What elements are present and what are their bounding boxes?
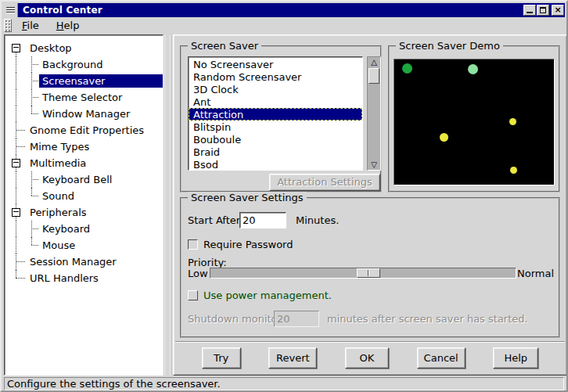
tree-item-label: Peripherals bbox=[27, 206, 90, 219]
tree-item-session-manager[interactable]: Session Manager bbox=[5, 254, 163, 270]
help-button[interactable]: Help bbox=[493, 347, 538, 369]
list-item-blitspin[interactable]: Blitspin bbox=[189, 120, 362, 133]
require-password-checkbox[interactable] bbox=[188, 239, 198, 250]
tree-item-mime-types[interactable]: Mime Types bbox=[5, 138, 163, 155]
scrollbar-thumb[interactable] bbox=[368, 68, 379, 84]
shutdown-monitor-suffix: minutes after screen saver has started. bbox=[327, 313, 528, 325]
tree-item-label: Desktop bbox=[27, 41, 75, 55]
tree: DesktopBackgroundScreensaverTheme Select… bbox=[5, 35, 163, 286]
shutdown-monitor-input[interactable] bbox=[274, 311, 319, 327]
scroll-down-icon[interactable]: ▽ bbox=[368, 160, 380, 170]
tree-item-window-manager[interactable]: Window Manager bbox=[5, 106, 163, 122]
tree-item-label: Session Manager bbox=[27, 255, 120, 268]
list-item-ant[interactable]: Ant bbox=[189, 95, 362, 108]
tree-item-label: URL Handlers bbox=[27, 272, 102, 285]
titlebar-main[interactable]: Control Center × bbox=[18, 3, 565, 17]
settings-frame-title: Screen Saver Settings bbox=[188, 192, 307, 203]
tree-expander-icon[interactable] bbox=[12, 159, 20, 167]
tree-item-sound[interactable]: Sound bbox=[5, 188, 163, 204]
tree-item-multimedia[interactable]: Multimedia bbox=[5, 155, 163, 171]
sidebar-tree-panel: DesktopBackgroundScreensaverTheme Select… bbox=[4, 34, 164, 376]
statusbar-text: Configure the settings of the screensave… bbox=[7, 378, 221, 390]
attraction-settings-button[interactable]: Attraction Settings bbox=[269, 174, 380, 191]
start-after-label: Start After bbox=[188, 214, 240, 226]
list-item-braid[interactable]: Braid bbox=[189, 146, 362, 158]
demo-dot bbox=[468, 64, 478, 74]
start-after-input[interactable] bbox=[239, 212, 286, 228]
demo-dot bbox=[509, 118, 516, 125]
settings-frame: Screen Saver Settings Start After Minute… bbox=[180, 197, 560, 338]
maximize-icon bbox=[540, 7, 546, 13]
screensaver-demo-screen bbox=[394, 59, 555, 185]
tree-item-label: Mime Types bbox=[27, 140, 92, 153]
power-management-label: Use power management. bbox=[203, 290, 332, 301]
tree-item-gnome-edit-properties[interactable]: Gnome Edit Properties bbox=[5, 122, 163, 138]
tree-item-screensaver[interactable]: Screensaver bbox=[5, 73, 163, 89]
control-center-window: Control Center × File Help DesktopBackgr… bbox=[0, 0, 568, 392]
minutes-label: Minutes. bbox=[296, 214, 339, 226]
menubar: File Help bbox=[3, 17, 565, 34]
demo-frame-title: Screen Saver Demo bbox=[396, 40, 503, 52]
priority-slider-thumb[interactable] bbox=[357, 268, 380, 278]
tree-item-label: Background bbox=[39, 58, 106, 71]
ok-button[interactable]: OK bbox=[345, 347, 389, 369]
tree-item-label: Mouse bbox=[39, 239, 78, 252]
window-menu-button[interactable] bbox=[3, 3, 18, 17]
demo-dot bbox=[440, 133, 448, 142]
shutdown-monitor-label: Shutdown monitor bbox=[188, 313, 282, 325]
tree-item-url-handlers[interactable]: URL Handlers bbox=[5, 270, 163, 286]
tree-item-label: Multimedia bbox=[27, 156, 89, 170]
tree-item-background[interactable]: Background bbox=[5, 56, 163, 73]
tree-item-label: Window Manager bbox=[39, 107, 133, 120]
revert-button[interactable]: Revert bbox=[268, 347, 317, 369]
list-item-attraction[interactable]: Attraction bbox=[189, 108, 362, 120]
statusbar: Configure the settings of the screensave… bbox=[4, 377, 564, 390]
priority-low-label: Low bbox=[188, 268, 208, 279]
actions-separator bbox=[175, 341, 565, 343]
tree-item-label: Sound bbox=[39, 189, 77, 203]
priority-label: Priority: bbox=[188, 257, 227, 268]
menu-file[interactable]: File bbox=[15, 18, 46, 33]
list-item-bouboule[interactable]: Bouboule bbox=[189, 133, 362, 146]
list-item-random-screensaver[interactable]: Random Screensaver bbox=[189, 70, 362, 83]
tree-item-desktop[interactable]: Desktop bbox=[5, 40, 163, 56]
tree-item-keyboard-bell[interactable]: Keyboard Bell bbox=[5, 171, 163, 188]
demo-dot bbox=[402, 63, 412, 74]
tree-expander-icon[interactable] bbox=[12, 44, 20, 52]
demo-dot bbox=[510, 167, 517, 174]
tree-item-label: Gnome Edit Properties bbox=[27, 124, 147, 137]
tree-item-theme-selector[interactable]: Theme Selector bbox=[5, 89, 163, 106]
menu-help[interactable]: Help bbox=[49, 18, 87, 33]
tree-item-peripherals[interactable]: Peripherals bbox=[5, 204, 163, 221]
tree-expander-icon[interactable] bbox=[12, 208, 20, 217]
screensaver-frame: Screen Saver No ScreensaverRandom Screen… bbox=[180, 45, 382, 192]
demo-frame: Screen Saver Demo bbox=[388, 45, 560, 192]
power-management-checkbox[interactable] bbox=[188, 290, 198, 300]
minimize-icon bbox=[527, 12, 533, 13]
scroll-up-icon[interactable]: △ bbox=[368, 57, 380, 67]
screensaver-list: No ScreensaverRandom Screensaver3D Clock… bbox=[188, 56, 363, 171]
priority-slider[interactable] bbox=[210, 268, 516, 279]
try-button[interactable]: Try bbox=[202, 347, 241, 369]
tree-item-label: Keyboard Bell bbox=[39, 173, 115, 186]
window-menu-icon bbox=[6, 7, 15, 14]
actions-row: Try Revert OK Cancel Help bbox=[174, 347, 566, 369]
titlebar: Control Center × bbox=[3, 3, 565, 17]
tree-item-keyboard[interactable]: Keyboard bbox=[5, 221, 163, 237]
tree-item-label: Screensaver bbox=[39, 74, 163, 88]
screensaver-frame-title: Screen Saver bbox=[188, 40, 261, 52]
close-button[interactable]: × bbox=[552, 5, 564, 16]
content-panel: Screen Saver No ScreensaverRandom Screen… bbox=[173, 34, 567, 376]
pane-divider-handle[interactable] bbox=[164, 34, 173, 376]
cancel-button[interactable]: Cancel bbox=[417, 347, 466, 369]
priority-normal-label: Normal bbox=[517, 268, 554, 279]
menubar-grip-handle[interactable] bbox=[4, 19, 12, 32]
tree-item-mouse[interactable]: Mouse bbox=[5, 237, 163, 254]
maximize-button[interactable] bbox=[537, 5, 549, 16]
screensaver-list-scrollbar[interactable]: △ ▽ bbox=[367, 56, 381, 171]
minimize-button[interactable] bbox=[523, 5, 536, 16]
list-item-3d-clock[interactable]: 3D Clock bbox=[189, 83, 362, 95]
list-item-no-screensaver[interactable]: No Screensaver bbox=[189, 58, 362, 70]
require-password-label: Require Password bbox=[203, 239, 293, 250]
list-item-bsod[interactable]: Bsod bbox=[189, 158, 362, 171]
